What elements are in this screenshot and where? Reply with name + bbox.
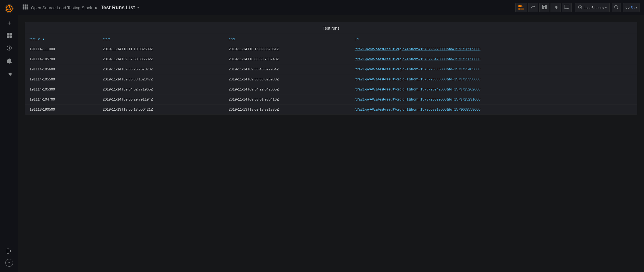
col-url[interactable]: url [350,34,637,44]
settings-button[interactable] [551,3,561,12]
refresh-interval: 5s [631,6,635,10]
gear-icon [6,71,12,78]
table-row: 191114-1057002019-11-14T09:57:50.835532Z… [25,54,637,64]
refresh-button[interactable]: 5s ▾ [623,3,640,12]
url-link[interactable]: /d/a21-pyAWz/test-result?orgId=1&from=15… [355,107,480,111]
cell-url: /d/a21-pyAWz/test-result?orgId=1&from=15… [350,84,637,94]
table-row: 191114-1055002019-11-14T09:55:38.162347Z… [25,74,637,84]
sort-arrow-icon: ▼ [42,38,45,41]
svg-text:+: + [522,5,523,7]
url-link[interactable]: /d/a21-pyAWz/test-result?orgId=1&from=15… [355,97,480,101]
cell-end: 2019-11-13T18:09:18.321885Z [224,104,350,114]
col-start[interactable]: start [98,34,224,44]
svg-marker-13 [9,48,10,50]
svg-rect-20 [23,8,24,9]
svg-rect-18 [25,6,26,8]
topbar: Open Source Load Testing Stack ► Test Ru… [18,0,644,15]
time-picker-arrow: ▾ [605,6,607,9]
sidebar-item-add[interactable]: ＋ [4,17,15,28]
cell-url: /d/a21-pyAWz/test-result?orgId=1&from=15… [350,54,637,64]
share-button[interactable] [528,3,538,12]
bell-icon [7,58,12,65]
test-runs-panel: Test runs test_id ▼ start end [25,22,637,114]
time-picker-label: Last 6 hours [584,6,604,10]
cell-url: /d/a21-pyAWz/test-result?orgId=1&from=15… [350,104,637,114]
title-dropdown-arrow[interactable]: ▾ [137,6,139,9]
cell-start: 2019-11-14T09:54:02.771965Z [98,84,224,94]
sidebar-item-signout[interactable] [4,246,15,257]
cell-url: /d/a21-pyAWz/test-result?orgId=1&from=15… [350,44,637,54]
svg-rect-17 [23,6,24,8]
cell-test-id: 191114-105500 [25,74,98,84]
svg-rect-25 [518,8,520,10]
cell-test-id: 191114-111000 [25,44,98,54]
cell-start: 2019-11-13T18:05:18.550421Z [98,104,224,114]
settings-icon [553,5,558,10]
table-row: 191113-1905002019-11-13T18:05:18.550421Z… [25,104,637,114]
cell-url: /d/a21-pyAWz/test-result?orgId=1&from=15… [350,74,637,84]
url-link[interactable]: /d/a21-pyAWz/test-result?orgId=1&from=15… [355,57,480,61]
table-row: 191114-1053002019-11-14T09:54:02.771965Z… [25,84,637,94]
topbar-actions: + [515,3,640,12]
url-link[interactable]: /d/a21-pyAWz/test-result?orgId=1&from=15… [355,47,480,51]
test-runs-table: test_id ▼ start end url [25,34,637,114]
sidebar-item-alerting[interactable] [4,56,15,67]
save-button[interactable] [539,3,549,12]
cell-start: 2019-11-14T09:50:29.791194Z [98,94,224,104]
svg-rect-21 [25,8,26,9]
magnify-icon [614,5,619,10]
sidebar-item-configuration[interactable] [4,69,15,80]
cell-url: /d/a21-pyAWz/test-result?orgId=1&from=15… [350,64,637,74]
svg-rect-9 [7,35,9,38]
tv-mode-button[interactable] [562,3,572,12]
sidebar-item-explore[interactable] [4,43,15,54]
sidebar-item-dashboards[interactable] [4,30,15,41]
panel-title: Test runs [25,22,637,34]
cell-test-id: 191114-105600 [25,64,98,74]
col-end-label: end [229,37,235,41]
col-url-label: url [355,37,359,41]
svg-rect-26 [520,8,524,10]
url-link[interactable]: /d/a21-pyAWz/test-result?orgId=1&from=15… [355,67,480,71]
compass-icon [6,45,12,52]
sidebar: ＋ [0,0,18,272]
svg-rect-15 [25,4,26,6]
sidebar-item-help[interactable]: ? [5,259,13,267]
col-end[interactable]: end [224,34,350,44]
svg-rect-19 [27,6,28,8]
time-picker-button[interactable]: Last 6 hours ▾ [575,3,610,12]
svg-line-37 [617,8,618,9]
col-start-label: start [103,37,110,41]
breadcrumb-separator: ► [94,5,98,10]
svg-point-2 [9,6,10,7]
refresh-icon [626,5,629,10]
url-link[interactable]: /d/a21-pyAWz/test-result?orgId=1&from=15… [355,87,480,91]
save-icon [542,5,547,10]
apps-icon[interactable] [23,4,28,11]
cell-start: 2019-11-14T09:56:25.757873Z [98,64,224,74]
cell-test-id: 191114-105300 [25,84,98,94]
cell-end: 2019-11-14T09:53:51.980416Z [224,94,350,104]
col-test-id-label: test_id [30,37,40,41]
plus-icon: ＋ [6,19,12,27]
cell-test-id: 191114-105700 [25,54,98,64]
grafana-logo[interactable] [4,3,15,14]
add-panel-button[interactable]: + [515,3,527,12]
zoom-search-button[interactable] [612,3,621,12]
cell-test-id: 191114-104700 [25,94,98,104]
content-area: Test runs test_id ▼ start end [18,15,644,272]
cell-end: 2019-11-14T10:15:09.862051Z [224,44,350,54]
refresh-arrow: ▾ [636,6,637,9]
cell-end: 2019-11-14T09:54:22.642005Z [224,84,350,94]
svg-rect-14 [23,4,24,6]
svg-rect-22 [27,8,28,9]
cell-start: 2019-11-14T10:11:10.082509Z [98,44,224,54]
svg-rect-29 [564,5,569,8]
main-area: Open Source Load Testing Stack ► Test Ru… [18,0,644,272]
col-test-id[interactable]: test_id ▼ [25,34,98,44]
url-link[interactable]: /d/a21-pyAWz/test-result?orgId=1&from=15… [355,77,480,81]
cell-test-id: 191113-190500 [25,104,98,114]
clock-icon [578,5,582,10]
table-row: 191114-1047002019-11-14T09:50:29.791194Z… [25,94,637,104]
breadcrumb-parent[interactable]: Open Source Load Testing Stack [31,5,92,10]
